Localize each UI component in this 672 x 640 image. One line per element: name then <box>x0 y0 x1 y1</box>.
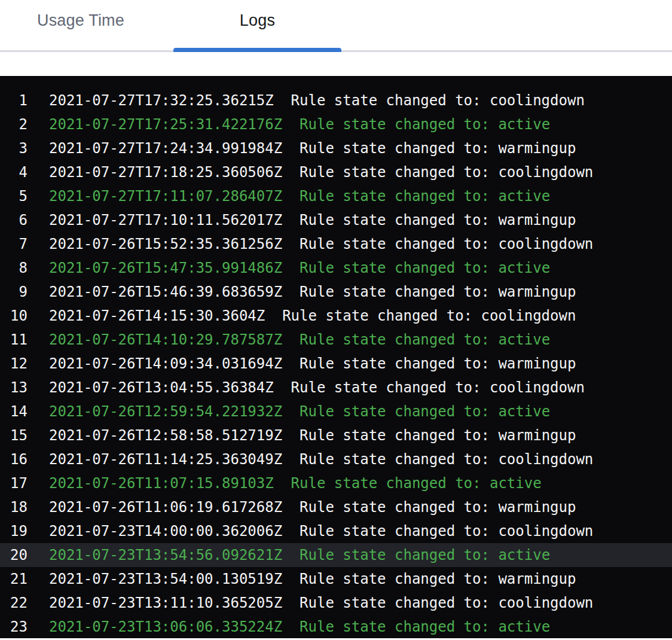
log-timestamp: 2021-07-23T13:11:10.365205Z <box>49 595 282 611</box>
log-row[interactable]: 17 2021-07-26T11:07:15.89103Z Rule state… <box>0 471 672 495</box>
log-line-text: 2021-07-27T17:25:31.422176Z Rule state c… <box>49 112 550 136</box>
tab-logs[interactable]: Logs <box>173 0 341 52</box>
log-message: Rule state changed to: warmingup <box>300 427 576 444</box>
line-number: 15 <box>0 423 28 447</box>
log-row[interactable]: 13 2021-07-26T13:04:55.36384Z Rule state… <box>0 376 672 400</box>
tab-usage-time[interactable]: Usage Time <box>0 0 161 52</box>
log-line-text: 2021-07-26T11:14:25.363049Z Rule state c… <box>49 447 593 471</box>
log-line-text: 2021-07-26T15:52:35.361256Z Rule state c… <box>49 232 593 256</box>
log-separator <box>282 116 300 133</box>
line-number: 14 <box>0 400 28 423</box>
line-number: 12 <box>0 352 28 376</box>
log-row[interactable]: 9 2021-07-26T15:46:39.683659Z Rule state… <box>0 280 672 304</box>
log-separator <box>282 236 300 252</box>
log-panel: 1 2021-07-27T17:32:25.36215Z Rule state … <box>0 76 672 638</box>
log-row[interactable]: 1 2021-07-27T17:32:25.36215Z Rule state … <box>0 89 672 112</box>
log-separator <box>282 212 300 228</box>
log-row[interactable]: 8 2021-07-26T15:47:35.991486Z Rule state… <box>0 256 672 280</box>
log-timestamp: 2021-07-23T13:54:00.130519Z <box>49 571 282 587</box>
log-line-text: 2021-07-26T15:46:39.683659Z Rule state c… <box>49 280 576 304</box>
log-timestamp: 2021-07-26T13:04:55.36384Z <box>49 379 274 396</box>
log-separator <box>282 595 300 611</box>
log-timestamp: 2021-07-27T17:10:11.562017Z <box>49 212 282 228</box>
log-timestamp: 2021-07-26T15:47:35.991486Z <box>49 260 282 276</box>
log-row[interactable]: 10 2021-07-26T14:15:30.3604Z Rule state … <box>0 304 672 328</box>
log-message: Rule state changed to: active <box>300 403 550 420</box>
log-line-text: 2021-07-23T13:06:06.335224Z Rule state c… <box>49 615 550 638</box>
log-row[interactable]: 20 2021-07-23T13:54:56.092621Z Rule stat… <box>0 543 672 567</box>
line-number: 20 <box>0 543 28 567</box>
log-timestamp: 2021-07-26T15:52:35.361256Z <box>49 236 282 252</box>
tab-bar: Usage Time Logs <box>0 0 672 52</box>
log-timestamp: 2021-07-27T17:24:34.991984Z <box>49 140 282 157</box>
log-separator <box>282 164 300 181</box>
log-row[interactable]: 14 2021-07-26T12:59:54.221932Z Rule stat… <box>0 400 672 423</box>
log-timestamp: 2021-07-27T17:25:31.422176Z <box>49 116 282 133</box>
log-row[interactable]: 21 2021-07-23T13:54:00.130519Z Rule stat… <box>0 567 672 591</box>
log-message: Rule state changed to: active <box>300 260 550 276</box>
log-timestamp: 2021-07-27T17:32:25.36215Z <box>49 92 274 109</box>
log-timestamp: 2021-07-26T14:10:29.787587Z <box>49 331 282 348</box>
log-line-text: 2021-07-26T11:07:15.89103Z Rule state ch… <box>49 471 542 495</box>
log-message: Rule state changed to: active <box>300 116 550 133</box>
line-number: 7 <box>0 232 28 256</box>
log-row[interactable]: 15 2021-07-26T12:58:58.512719Z Rule stat… <box>0 423 672 447</box>
log-separator <box>282 618 300 635</box>
log-message: Rule state changed to: active <box>300 188 550 205</box>
log-row[interactable]: 23 2021-07-23T13:06:06.335224Z Rule stat… <box>0 615 672 638</box>
line-number: 6 <box>0 208 28 232</box>
log-line-text: 2021-07-26T14:10:29.787587Z Rule state c… <box>49 328 550 352</box>
log-line-text: 2021-07-26T13:04:55.36384Z Rule state ch… <box>49 376 585 400</box>
log-row[interactable]: 16 2021-07-26T11:14:25.363049Z Rule stat… <box>0 447 672 471</box>
log-message: Rule state changed to: coolingdown <box>291 92 585 109</box>
log-separator <box>282 403 300 420</box>
log-separator <box>274 475 291 492</box>
log-message: Rule state changed to: coolingdown <box>300 523 593 540</box>
log-row[interactable]: 22 2021-07-23T13:11:10.365205Z Rule stat… <box>0 591 672 615</box>
log-line-text: 2021-07-27T17:11:07.286407Z Rule state c… <box>49 184 550 208</box>
log-message: Rule state changed to: coolingdown <box>300 236 593 252</box>
log-row[interactable]: 2 2021-07-27T17:25:31.422176Z Rule state… <box>0 112 672 136</box>
line-number: 4 <box>0 160 28 184</box>
log-row[interactable]: 19 2021-07-23T14:00:00.362006Z Rule stat… <box>0 519 672 543</box>
log-row[interactable]: 7 2021-07-26T15:52:35.361256Z Rule state… <box>0 232 672 256</box>
log-row[interactable]: 6 2021-07-27T17:10:11.562017Z Rule state… <box>0 208 672 232</box>
log-timestamp: 2021-07-27T17:11:07.286407Z <box>49 188 282 205</box>
line-number: 1 <box>0 89 28 112</box>
tab-logs-label: Logs <box>240 11 275 30</box>
log-row[interactable]: 11 2021-07-26T14:10:29.787587Z Rule stat… <box>0 328 672 352</box>
log-timestamp: 2021-07-26T11:07:15.89103Z <box>49 475 274 492</box>
line-number: 21 <box>0 567 28 591</box>
log-message: Rule state changed to: warmingup <box>300 571 576 587</box>
log-row[interactable]: 5 2021-07-27T17:11:07.286407Z Rule state… <box>0 184 672 208</box>
log-timestamp: 2021-07-26T15:46:39.683659Z <box>49 284 282 300</box>
log-separator <box>274 379 291 396</box>
log-row[interactable]: 3 2021-07-27T17:24:34.991984Z Rule state… <box>0 136 672 160</box>
log-timestamp: 2021-07-26T14:15:30.3604Z <box>49 307 265 324</box>
log-message: Rule state changed to: coolingdown <box>300 451 593 468</box>
log-separator <box>282 427 300 444</box>
log-separator <box>282 260 300 276</box>
log-separator <box>282 355 300 372</box>
log-timestamp: 2021-07-26T11:06:19.617268Z <box>49 499 282 516</box>
log-line-text: 2021-07-26T12:58:58.512719Z Rule state c… <box>49 423 576 447</box>
log-line-text: 2021-07-27T17:24:34.991984Z Rule state c… <box>49 136 576 160</box>
log-row[interactable]: 12 2021-07-26T14:09:34.031694Z Rule stat… <box>0 352 672 376</box>
log-separator <box>282 331 300 348</box>
line-number: 2 <box>0 112 28 136</box>
log-line-text: 2021-07-27T17:32:25.36215Z Rule state ch… <box>49 89 585 112</box>
line-number: 16 <box>0 447 28 471</box>
log-message: Rule state changed to: coolingdown <box>291 379 585 396</box>
log-timestamp: 2021-07-26T14:09:34.031694Z <box>49 355 282 372</box>
line-number: 17 <box>0 471 28 495</box>
tab-usage-time-label: Usage Time <box>37 11 124 30</box>
log-row[interactable]: 18 2021-07-26T11:06:19.617268Z Rule stat… <box>0 495 672 519</box>
log-message: Rule state changed to: warmingup <box>300 140 576 157</box>
log-line-text: 2021-07-26T14:15:30.3604Z Rule state cha… <box>49 304 576 328</box>
log-separator <box>282 523 300 540</box>
log-message: Rule state changed to: coolingdown <box>300 595 593 611</box>
log-row[interactable]: 4 2021-07-27T17:18:25.360506Z Rule state… <box>0 160 672 184</box>
log-timestamp: 2021-07-27T17:18:25.360506Z <box>49 164 282 181</box>
line-number: 11 <box>0 328 28 352</box>
log-line-text: 2021-07-27T17:10:11.562017Z Rule state c… <box>49 208 576 232</box>
